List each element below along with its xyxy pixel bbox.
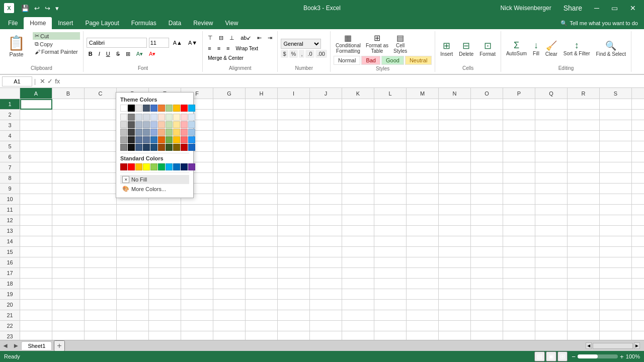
col-header-M[interactable]: M — [407, 88, 439, 99]
cell-J11[interactable] — [310, 205, 342, 215]
cell-F18[interactable] — [181, 279, 213, 289]
cell-K15[interactable] — [342, 247, 374, 257]
cell-L4[interactable] — [374, 131, 407, 141]
cell-M7[interactable] — [407, 162, 439, 173]
cell-K13[interactable] — [342, 226, 374, 236]
paste-button[interactable]: 📋 Paste — [3, 32, 30, 60]
cell-A14[interactable] — [20, 236, 52, 247]
cell-T7[interactable] — [632, 162, 644, 173]
cell-A21[interactable] — [20, 310, 52, 321]
cell-H3[interactable] — [246, 120, 278, 131]
color-swatch[interactable] — [166, 105, 173, 112]
color-swatch[interactable] — [158, 105, 165, 112]
cell-G20[interactable] — [213, 300, 246, 310]
color-swatch[interactable] — [143, 163, 150, 170]
cell-Q20[interactable] — [535, 300, 568, 310]
font-size-increase-button[interactable]: A▲ — [171, 39, 184, 47]
cell-F19[interactable] — [181, 289, 213, 300]
tab-page-layout[interactable]: Page Layout — [79, 17, 125, 29]
fill-button[interactable]: ↓ Fill — [531, 39, 541, 57]
cell-H12[interactable] — [246, 215, 278, 226]
cell-R10[interactable] — [568, 194, 600, 205]
cell-P11[interactable] — [503, 205, 535, 215]
cell-G19[interactable] — [213, 289, 246, 300]
cell-O7[interactable] — [471, 162, 503, 173]
color-swatch[interactable] — [143, 114, 150, 121]
color-swatch[interactable] — [181, 136, 188, 143]
cell-O9[interactable] — [471, 184, 503, 194]
color-swatch[interactable] — [166, 114, 173, 121]
cell-L5[interactable] — [374, 141, 407, 152]
tab-data[interactable]: Data — [163, 17, 187, 29]
cell-D19[interactable] — [117, 289, 149, 300]
cell-F23[interactable] — [181, 331, 213, 340]
cell-H18[interactable] — [246, 279, 278, 289]
cell-G18[interactable] — [213, 279, 246, 289]
cell-P8[interactable] — [503, 173, 535, 184]
cell-R7[interactable] — [568, 162, 600, 173]
row-header-3[interactable]: 3 — [0, 120, 20, 131]
cell-M19[interactable] — [407, 289, 439, 300]
row-header-13[interactable]: 13 — [0, 226, 20, 236]
cell-B7[interactable] — [52, 162, 85, 173]
cell-A12[interactable] — [20, 215, 52, 226]
cell-P12[interactable] — [503, 215, 535, 226]
cell-J4[interactable] — [310, 131, 342, 141]
color-swatch[interactable] — [188, 114, 195, 121]
cell-T1[interactable] — [632, 99, 644, 110]
cell-K4[interactable] — [342, 131, 374, 141]
cell-H2[interactable] — [246, 110, 278, 120]
cell-A6[interactable] — [20, 152, 52, 162]
cell-A23[interactable] — [20, 331, 52, 340]
color-swatch[interactable] — [135, 105, 142, 112]
cell-K2[interactable] — [342, 110, 374, 120]
cell-L2[interactable] — [374, 110, 407, 120]
cell-N23[interactable] — [439, 331, 471, 340]
cell-I17[interactable] — [278, 268, 310, 279]
row-header-11[interactable]: 11 — [0, 205, 20, 215]
cell-D18[interactable] — [117, 279, 149, 289]
cell-O11[interactable] — [471, 205, 503, 215]
cell-R16[interactable] — [568, 257, 600, 268]
cell-K8[interactable] — [342, 173, 374, 184]
cell-B12[interactable] — [52, 215, 85, 226]
cell-K16[interactable] — [342, 257, 374, 268]
cell-P20[interactable] — [503, 300, 535, 310]
cell-S5[interactable] — [600, 141, 632, 152]
format-as-table-button[interactable]: ⊞ Format as Table — [364, 32, 390, 55]
cell-Q9[interactable] — [535, 184, 568, 194]
style-neutral[interactable]: Neutral — [405, 56, 432, 65]
cell-I16[interactable] — [278, 257, 310, 268]
cell-A1[interactable] — [20, 99, 52, 110]
col-header-J[interactable]: J — [310, 88, 342, 99]
cell-G11[interactable] — [213, 205, 246, 215]
cell-J23[interactable] — [310, 331, 342, 340]
cell-F17[interactable] — [181, 268, 213, 279]
scroll-left-button[interactable]: ◄ — [586, 342, 592, 349]
color-swatch[interactable] — [158, 136, 165, 143]
cell-O16[interactable] — [471, 257, 503, 268]
color-swatch[interactable] — [128, 136, 135, 143]
autosum-button[interactable]: Σ AutoSum — [504, 39, 529, 57]
cell-S13[interactable] — [600, 226, 632, 236]
cell-T6[interactable] — [632, 152, 644, 162]
col-header-O[interactable]: O — [471, 88, 503, 99]
italic-button[interactable]: I — [97, 50, 102, 58]
row-header-18[interactable]: 18 — [0, 279, 20, 289]
cell-E23[interactable] — [149, 331, 181, 340]
cell-O4[interactable] — [471, 131, 503, 141]
cell-K14[interactable] — [342, 236, 374, 247]
cell-M13[interactable] — [407, 226, 439, 236]
color-swatch[interactable] — [128, 114, 135, 121]
indent-decrease-button[interactable]: ⇤ — [255, 34, 264, 42]
cell-B10[interactable] — [52, 194, 85, 205]
cell-B18[interactable] — [52, 279, 85, 289]
color-swatch[interactable] — [143, 129, 150, 136]
cell-A17[interactable] — [20, 268, 52, 279]
cell-N5[interactable] — [439, 141, 471, 152]
cell-T23[interactable] — [632, 331, 644, 340]
border-button[interactable]: ⊞ — [124, 50, 132, 58]
cell-Q17[interactable] — [535, 268, 568, 279]
restore-button[interactable]: ▭ — [607, 3, 622, 13]
cell-R1[interactable] — [568, 99, 600, 110]
